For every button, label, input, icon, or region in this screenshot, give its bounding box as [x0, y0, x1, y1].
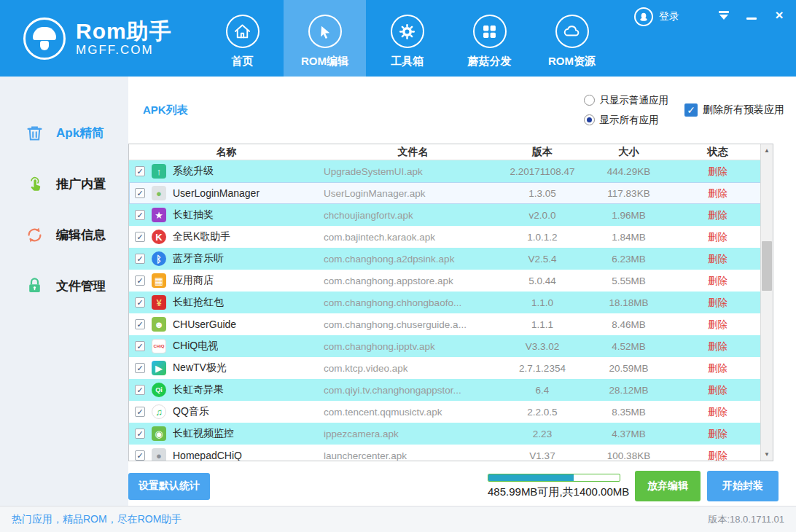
- status-cell: 删除: [675, 252, 760, 266]
- progress-fill: [488, 474, 574, 481]
- delete-link[interactable]: 删除: [708, 188, 727, 199]
- status-cell: 删除: [675, 208, 760, 222]
- table-row[interactable]: ✓◉长虹视频监控ippezcamera.apk2.234.37MB删除: [129, 423, 773, 445]
- table-row[interactable]: ✓↑系统升级UpgradeSystemUI.apk2.20171108.4744…: [129, 160, 773, 182]
- app-name: CHiQ电视: [173, 340, 218, 353]
- sidebar-item-apk-slim[interactable]: Apk精简: [0, 107, 128, 158]
- status-cell: 删除: [675, 296, 760, 310]
- table-row[interactable]: ✓♫QQ音乐com.tencent.qqmusictv.apk2.2.0.58.…: [129, 401, 773, 423]
- app-name-cell: ✓↑系统升级: [129, 164, 324, 179]
- sidebar-item-promotion[interactable]: 推广内置: [0, 158, 128, 209]
- row-checkbox[interactable]: ✓: [135, 341, 145, 351]
- scroll-down-icon[interactable]: ▼: [761, 448, 773, 461]
- main-menu-icon[interactable]: [717, 9, 730, 22]
- delete-link[interactable]: 删除: [708, 385, 727, 396]
- file-name-cell: com.changhong.chuserguide.a...: [324, 319, 502, 330]
- row-checkbox[interactable]: ✓: [135, 254, 145, 264]
- footer-slogan: 热门应用，精品ROM，尽在ROM助手: [12, 513, 182, 526]
- delete-link[interactable]: 删除: [708, 297, 727, 308]
- checkbox-icon: ✓: [684, 103, 698, 117]
- row-checkbox[interactable]: ✓: [135, 297, 145, 308]
- app-name: NewTV极光: [173, 361, 227, 375]
- row-checkbox[interactable]: ✓: [135, 385, 145, 395]
- version-cell: 1.3.05: [502, 188, 582, 199]
- status-cell: 删除: [675, 274, 760, 288]
- newtv-play-icon: ▶: [152, 361, 166, 375]
- row-checkbox[interactable]: ✓: [135, 363, 145, 373]
- file-name-cell: UpgradeSystemUI.apk: [324, 166, 502, 177]
- scroll-up-icon[interactable]: ▲: [761, 144, 773, 157]
- nav-home[interactable]: 首页: [201, 0, 284, 77]
- delete-link[interactable]: 删除: [708, 429, 727, 439]
- table-row[interactable]: ✓¥长虹抢红包com.changhong.chhongbaofo...1.1.0…: [129, 292, 773, 313]
- status-cell: 删除: [675, 165, 760, 179]
- delete-link[interactable]: 删除: [708, 232, 727, 243]
- refresh-icon: [25, 225, 44, 245]
- nav-rom-edit[interactable]: ROM编辑: [284, 0, 366, 77]
- delete-link[interactable]: 删除: [708, 166, 727, 177]
- row-checkbox[interactable]: ✓: [135, 232, 145, 242]
- start-package-button[interactable]: 开始封装: [707, 471, 779, 501]
- table-row[interactable]: ✓Qi长虹奇异果com.qiyi.tv.changhongappstor...6…: [129, 379, 773, 401]
- row-checkbox[interactable]: ✓: [135, 450, 145, 461]
- table-row[interactable]: ✓▶NewTV极光com.ktcp.video.apk2.7.1.235420.…: [129, 357, 773, 379]
- status-cell: 删除: [675, 340, 760, 353]
- table-row[interactable]: ✓ᛒ蓝牙音乐听com.changhong.a2dpsink.apkV2.5.46…: [129, 248, 773, 270]
- table-row[interactable]: ✓☻CHUserGuidecom.changhong.chuserguide.a…: [129, 313, 773, 335]
- row-checkbox[interactable]: ✓: [135, 319, 145, 329]
- table-row[interactable]: ✓CHiQCHiQ电视com.changhong.ipptv.apkV3.3.0…: [129, 335, 773, 357]
- status-cell: 删除: [675, 449, 760, 462]
- delete-link[interactable]: 删除: [708, 363, 727, 374]
- size-cell: 8.35MB: [582, 407, 675, 418]
- file-name-cell: ippezcamera.apk: [324, 429, 502, 439]
- app-name-cell: ✓♫QQ音乐: [129, 404, 324, 419]
- qiyi-icon: Qi: [152, 383, 166, 397]
- close-icon[interactable]: ×: [773, 9, 786, 22]
- sidebar-item-file-manager[interactable]: 文件管理: [0, 260, 128, 311]
- app-name-cell: ✓▦应用商店: [129, 273, 324, 288]
- table-row[interactable]: ✓●UserLoginManagerUserLoginManager.apk1.…: [129, 182, 773, 204]
- minimize-icon[interactable]: [745, 9, 758, 22]
- radio-show-all-apps[interactable]: 显示所有应用: [584, 114, 669, 127]
- table-header: 名称 文件名 版本 大小 状态: [129, 144, 773, 160]
- vertical-scrollbar[interactable]: ▲ ▼: [760, 144, 773, 461]
- row-checkbox[interactable]: ✓: [135, 275, 145, 286]
- checkbox-delete-all-preinstalled[interactable]: ✓ 删除所有预装应用: [684, 103, 784, 117]
- discard-edit-button[interactable]: 放弃编辑: [635, 471, 701, 501]
- default-stats-button[interactable]: 设置默认统计: [128, 473, 210, 500]
- sidebar-item-edit-info[interactable]: 编辑信息: [0, 209, 128, 260]
- scrollbar-thumb[interactable]: [762, 241, 772, 291]
- delete-link[interactable]: 删除: [708, 210, 727, 221]
- delete-link[interactable]: 删除: [708, 275, 727, 286]
- size-cell: 117.83KB: [582, 188, 675, 199]
- radio-icon: [584, 95, 595, 106]
- nav-toolbox[interactable]: 工具箱: [366, 0, 448, 77]
- file-name-cell: com.qiyi.tv.changhongappstor...: [324, 385, 502, 396]
- row-checkbox[interactable]: ✓: [135, 210, 145, 220]
- version-cell: V1.37: [502, 450, 582, 461]
- delete-link[interactable]: 删除: [708, 407, 727, 418]
- gear-icon: [391, 15, 424, 48]
- delete-link[interactable]: 删除: [708, 319, 727, 330]
- row-checkbox[interactable]: ✓: [135, 429, 145, 439]
- delete-link[interactable]: 删除: [708, 450, 727, 461]
- table-row[interactable]: ✓K全民K歌助手com.bajintech.karaok.apk1.0.1.21…: [129, 226, 773, 248]
- size-cell: 6.23MB: [582, 254, 675, 265]
- bluetooth-music-icon: ᛒ: [152, 251, 166, 266]
- table-row[interactable]: ✓●HomepadCHiQlaunchercenter.apkV1.37100.…: [129, 445, 773, 461]
- row-checkbox[interactable]: ✓: [135, 407, 145, 417]
- delete-link[interactable]: 删除: [708, 341, 727, 352]
- row-checkbox[interactable]: ✓: [135, 166, 145, 176]
- status-cell: 删除: [675, 230, 760, 244]
- login-button[interactable]: 登录: [634, 7, 679, 26]
- tap-hand-icon: [25, 174, 44, 194]
- file-name-cell: UserLoginManager.apk: [324, 188, 502, 199]
- nav-rom-resources[interactable]: ROM资源: [531, 0, 613, 77]
- nav-mushroom-distribution[interactable]: 蘑菇分发: [448, 0, 531, 77]
- table-row[interactable]: ✓★长虹抽奖chchoujiangfortv.apkv2.0.01.96MB删除: [129, 204, 773, 226]
- radio-show-normal-apps[interactable]: 只显示普通应用: [584, 94, 669, 107]
- delete-link[interactable]: 删除: [708, 254, 727, 265]
- table-row[interactable]: ✓▦应用商店com.changhong.appstore.apk5.0.445.…: [129, 270, 773, 292]
- row-checkbox[interactable]: ✓: [135, 188, 145, 198]
- lock-icon: [25, 276, 44, 296]
